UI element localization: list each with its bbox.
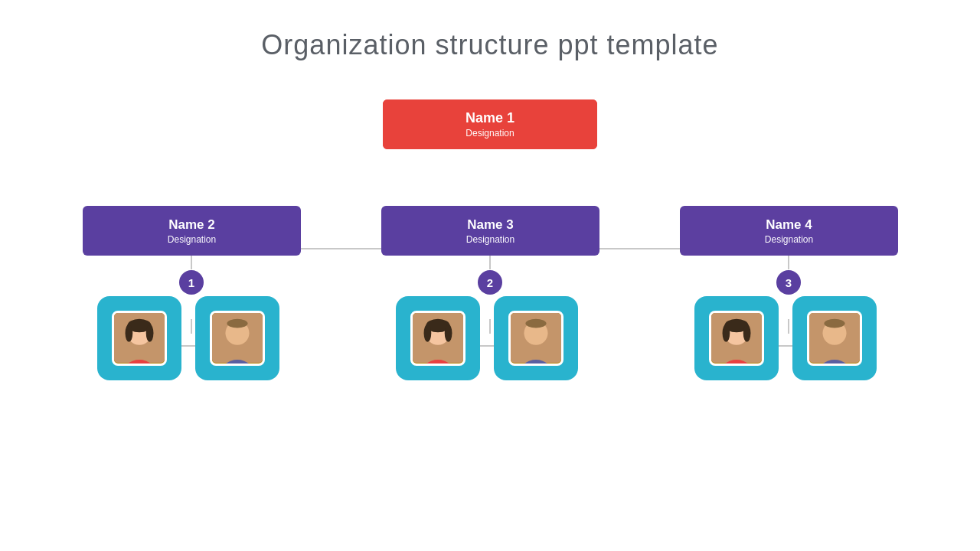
svg-point-21 xyxy=(126,324,133,342)
avatar-card-3-2 xyxy=(792,296,877,380)
root-designation-2: Designation xyxy=(466,128,514,139)
male-avatar-svg-3 xyxy=(809,311,860,364)
level2-node-3: Name 4 Designation xyxy=(680,206,898,256)
level2-box-3: Name 4 Designation xyxy=(680,206,898,256)
page: Organization structure ppt template Name… xyxy=(0,0,980,551)
avatar-img-1-1 xyxy=(112,311,167,366)
avatar-card-2-2 xyxy=(494,296,578,380)
avatars-row-1 xyxy=(97,296,279,380)
avatar-img-3-1 xyxy=(709,311,764,366)
female-avatar-svg-2 xyxy=(413,311,463,364)
avatars-group-2 xyxy=(396,296,578,380)
root-node-2: Name 1 Designation xyxy=(383,99,597,149)
avatars-row-2 xyxy=(396,296,578,380)
svg-point-22 xyxy=(146,324,154,342)
badge-circle-3: 3 xyxy=(776,270,801,295)
avatar-img-3-2 xyxy=(807,311,862,366)
avatars-group-1 xyxy=(97,296,279,380)
avatar-card-1-2 xyxy=(195,296,279,380)
avatars-group-3 xyxy=(694,296,877,380)
svg-point-36 xyxy=(525,319,546,328)
male-avatar-svg-2 xyxy=(511,311,561,364)
level2-box-1: Name 2 Designation xyxy=(83,206,301,256)
avatar-img-2-2 xyxy=(508,311,564,366)
avatar-img-1-2 xyxy=(210,311,265,366)
chart-body: Name 1 Designation Name 2 Designation Na… xyxy=(38,36,942,480)
avatars-row-3 xyxy=(694,296,877,380)
root-node-pos: Name 1 Designation xyxy=(383,99,597,149)
avatar-card-1-1 xyxy=(97,296,181,380)
level2-desig-3: Designation xyxy=(765,234,813,245)
male-avatar-svg-1 xyxy=(212,311,263,364)
level2-name-1: Name 2 xyxy=(168,217,214,233)
avatar-card-2-1 xyxy=(396,296,480,380)
level2-name-2: Name 3 xyxy=(467,217,513,233)
avatar-img-2-1 xyxy=(410,311,466,366)
svg-point-42 xyxy=(743,324,751,342)
svg-point-32 xyxy=(445,324,452,342)
svg-point-46 xyxy=(824,319,844,328)
female-avatar-svg-3 xyxy=(711,311,762,364)
female-avatar-svg-1 xyxy=(114,311,165,364)
svg-point-26 xyxy=(227,319,247,328)
svg-point-31 xyxy=(424,324,432,342)
level2-node-1: Name 2 Designation xyxy=(83,206,301,256)
level2-name-3: Name 4 xyxy=(766,217,812,233)
root-name-2: Name 1 xyxy=(466,110,514,126)
avatar-card-3-1 xyxy=(694,296,779,380)
level2-node-2: Name 3 Designation xyxy=(381,206,599,256)
badge-circle-1: 1 xyxy=(179,270,204,295)
level2-desig-1: Designation xyxy=(168,234,216,245)
svg-point-41 xyxy=(723,324,730,342)
badge-circle-2: 2 xyxy=(478,270,502,295)
level2-desig-2: Designation xyxy=(466,234,514,245)
level2-box-2: Name 3 Designation xyxy=(381,206,599,256)
org-chart: Name 1 Designation xyxy=(38,99,942,480)
